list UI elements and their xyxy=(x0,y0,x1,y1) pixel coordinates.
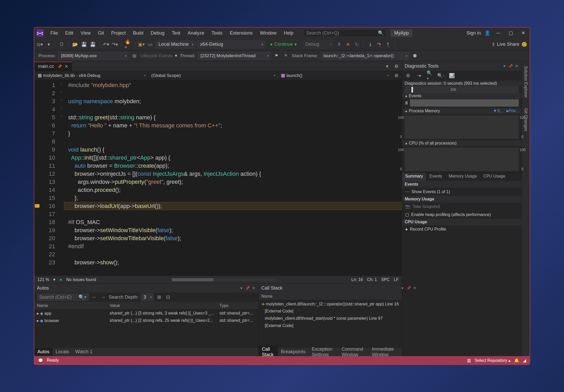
diag-events-track[interactable]: ⏸ xyxy=(410,99,519,107)
redo-button[interactable]: ↷▾ xyxy=(112,41,118,48)
diag-events-label[interactable]: Events xyxy=(409,94,422,98)
tab-overflow-icon[interactable]: ▾ xyxy=(384,63,390,70)
callstack-row[interactable]: [External Code] xyxy=(259,308,419,315)
callstack-row[interactable]: ➜ molybden_client.dll!launch::_l2::::ope… xyxy=(259,300,419,308)
autos-tab-locals[interactable]: Locals xyxy=(53,348,72,356)
step-over-button[interactable]: ↷̣ xyxy=(376,41,382,48)
menu-analyze[interactable]: Analyze xyxy=(184,29,208,37)
tab-close-icon[interactable]: ✕ xyxy=(64,64,68,69)
menu-test[interactable]: Test xyxy=(168,29,184,37)
feedback-icon[interactable]: 💬 xyxy=(38,358,43,363)
autos-tool2-icon[interactable]: ⊡ xyxy=(165,294,171,300)
diag-reset-icon[interactable]: 📊 xyxy=(448,72,455,79)
maximize-button[interactable]: ▢ xyxy=(506,29,515,37)
zoom-level[interactable]: 121 % xyxy=(37,277,49,282)
autos-row[interactable]: ▸ ◆ appshared_ptr {...} [3 strong refs, … xyxy=(34,310,258,317)
diag-tab-cpu-usage[interactable]: CPU Usage xyxy=(480,173,509,181)
stackframe-combo[interactable]: launch::_l2::<lambda_1>::operator() xyxy=(321,52,409,60)
menu-build[interactable]: Build xyxy=(129,29,147,37)
code-editor[interactable]: 1234567891011121314151617181920212223 --… xyxy=(34,80,402,276)
pause-button[interactable]: ⏸ xyxy=(336,41,343,48)
panel-dropdown-icon[interactable]: ▾ xyxy=(502,64,506,68)
split-editor-icon[interactable]: ⊞ xyxy=(393,72,400,79)
hex-toggle-icon[interactable]: ⬢ xyxy=(412,53,418,59)
diag-memory-chart[interactable]: 100100 00 xyxy=(405,115,519,139)
issues-status[interactable]: No issues found xyxy=(66,277,96,282)
diag-tab-events[interactable]: Events xyxy=(426,173,445,181)
diag-tab-memory-usage[interactable]: Memory Usage xyxy=(445,173,480,181)
close-button[interactable]: ✕ xyxy=(519,29,528,37)
panel-dropdown-icon[interactable]: ▾ xyxy=(239,286,243,290)
menu-project[interactable]: Project xyxy=(108,29,129,37)
scope-context-combo[interactable]: (Global Scope) xyxy=(150,73,276,78)
thread-combo[interactable]: [23272] MolybdenInitThread xyxy=(198,52,271,60)
hot-reload-icon[interactable]: 🔥▾ xyxy=(125,41,132,48)
search-back-icon[interactable]: ← xyxy=(91,294,98,300)
depth-combo[interactable]: 3 xyxy=(141,293,154,301)
user-icon[interactable]: 👤 xyxy=(484,30,490,36)
menu-window[interactable]: Window xyxy=(256,29,280,37)
live-share-button[interactable]: Live Share xyxy=(497,42,519,47)
diag-zoom-out-icon[interactable]: 🔍- xyxy=(437,72,444,79)
config-combo[interactable]: x64-Debug xyxy=(197,41,265,48)
panel-close-icon[interactable]: ✕ xyxy=(515,64,519,68)
menu-edit[interactable]: Edit xyxy=(62,29,77,37)
restart-button[interactable]: ↻ xyxy=(353,41,360,48)
autos-search-input[interactable]: Search (Ctrl+E)🔍▾ xyxy=(37,293,89,301)
lifecycle-icon[interactable]: ▦ xyxy=(131,53,138,59)
diag-memory-label[interactable]: Process Memory xyxy=(409,109,440,113)
function-context-combo[interactable]: launch() xyxy=(280,73,389,78)
search-fwd-icon[interactable]: → xyxy=(100,294,107,300)
step-into-button[interactable]: ↓̣ xyxy=(367,41,373,48)
menu-git[interactable]: Git xyxy=(94,29,108,37)
search-input[interactable]: Search (Ctrl+Q) 🔍 xyxy=(303,29,386,37)
autos-tab-autos[interactable]: Autos xyxy=(34,348,53,356)
panel-pin-icon[interactable]: 📌 xyxy=(406,286,411,290)
diag-tab-summary[interactable]: Summary xyxy=(402,173,426,181)
diag-zoom-in-icon[interactable]: 🔍+ xyxy=(427,72,433,79)
sign-in-link[interactable]: Sign in xyxy=(467,30,481,36)
step-out-button[interactable]: ↑̣ xyxy=(384,41,391,48)
callstack-row[interactable]: [External Code] xyxy=(259,322,419,329)
new-item-button[interactable]: 🗋 xyxy=(58,41,65,48)
menu-tools[interactable]: Tools xyxy=(208,29,226,37)
line-indicator[interactable]: Ln: 16 xyxy=(351,277,363,282)
tab-main-cc[interactable]: main.cc 📌 ✕ xyxy=(34,62,72,71)
open-folder-icon[interactable]: 📂 xyxy=(72,41,78,48)
heap-profiling-toggle[interactable]: ▢Enable heap profiling (affects performa… xyxy=(402,211,521,219)
autos-tab-watch-1[interactable]: Watch 1 xyxy=(72,348,95,356)
menu-view[interactable]: View xyxy=(77,29,94,37)
debug-mode-combo[interactable]: Debug xyxy=(303,41,334,48)
nav-back-button[interactable]: ⊙▾ xyxy=(36,41,43,48)
feedback-icon[interactable]: 🙂 xyxy=(521,41,528,48)
take-snapshot-button[interactable]: 📷Take Snapshot xyxy=(402,202,521,211)
save-all-button[interactable]: 💾 xyxy=(89,41,96,48)
panel-close-icon[interactable]: ✕ xyxy=(252,286,256,290)
notifications-icon[interactable]: 🔔 xyxy=(514,358,519,363)
flag-next-icon[interactable]: ⚑ xyxy=(283,53,289,59)
diag-cpu-chart[interactable]: 100100 00 xyxy=(405,148,519,171)
callstack-row[interactable]: molybden_client.dll!thread_start(void * … xyxy=(259,315,419,322)
autos-row[interactable]: ▸ ◆ browsershared_ptr {...} [2 strong re… xyxy=(34,317,258,324)
nav-fwd-button[interactable]: ▾ xyxy=(45,41,52,48)
col-indicator[interactable]: Ch: 1 xyxy=(367,277,377,282)
panel-dropdown-icon[interactable]: ▾ xyxy=(400,286,404,290)
bottom-tab-breakpoints[interactable]: Breakpoints xyxy=(278,348,309,356)
menu-file[interactable]: File xyxy=(47,29,62,37)
pin-icon[interactable]: 📌 xyxy=(58,64,62,68)
menu-help[interactable]: Help xyxy=(280,29,297,37)
breakpoint-indicator-icon[interactable] xyxy=(35,204,40,208)
solution-explorer-tab[interactable]: Solution Explorer xyxy=(522,63,529,100)
process-combo[interactable]: [8088] MyApp.exe xyxy=(58,52,128,60)
window-layout-icon[interactable]: ▭ xyxy=(147,41,154,48)
save-button[interactable]: 💾 xyxy=(81,41,87,48)
project-context-combo[interactable]: molybden_lib.lib - x64-Debug xyxy=(36,73,146,78)
minimize-button[interactable]: ─ xyxy=(494,29,503,37)
h-scrollbar[interactable] xyxy=(172,278,213,281)
panel-pin-icon[interactable]: 📌 xyxy=(508,64,513,68)
menu-debug[interactable]: Debug xyxy=(147,29,168,37)
continue-button[interactable]: Continue▾ xyxy=(267,41,300,48)
diag-settings-icon[interactable]: ⚙ xyxy=(405,72,411,79)
status-extra-icon[interactable]: ◢ xyxy=(523,358,526,363)
panel-close-icon[interactable]: ✕ xyxy=(413,286,417,290)
